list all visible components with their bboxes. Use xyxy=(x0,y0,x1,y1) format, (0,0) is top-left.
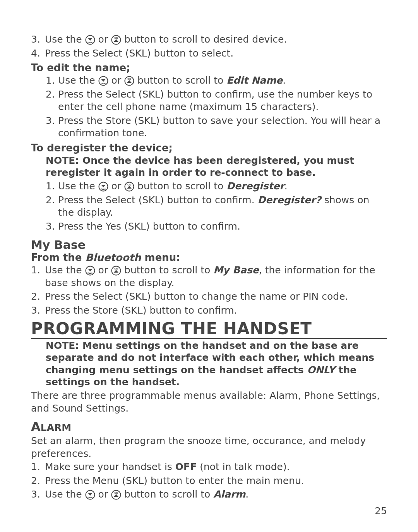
list-number: 2. xyxy=(31,475,45,487)
list-number: 3. xyxy=(46,115,58,140)
list-number: 3. xyxy=(31,33,45,46)
list-text: Make sure your handset is OFF (not in ta… xyxy=(45,461,290,474)
heading-alarm: ALARM xyxy=(31,419,387,434)
list-number: 3. xyxy=(46,220,58,233)
note-programming: NOTE: Menu settings on the handset and o… xyxy=(31,340,387,388)
list-number: 3. xyxy=(31,304,45,317)
list-item: 2. Press the Select (SKL) button to conf… xyxy=(46,88,387,113)
alarm-list: 1. Make sure your handset is OFF (not in… xyxy=(31,461,387,501)
body-programming: There are three programmable menus avail… xyxy=(31,390,387,415)
list-item: 3. Press the Yes (SKL) button to confirm… xyxy=(46,220,387,233)
note-deregister: NOTE: Once the device has been deregiste… xyxy=(31,154,387,179)
list-text: Press the Select (SKL) button to change … xyxy=(45,290,348,303)
subheading-edit-name: To edit the name; xyxy=(31,62,387,74)
subheading-from-bluetooth: From the Bluetooth menu: xyxy=(31,252,387,263)
list-text: Use the or button to scroll to Deregiste… xyxy=(58,180,288,193)
my-base-list: 1. Use the or button to scroll to My Bas… xyxy=(31,264,387,317)
down-redial-icon xyxy=(85,266,95,276)
list-text: Press the Store (SKL) button to confirm. xyxy=(45,304,237,317)
page-number: 25 xyxy=(375,505,387,517)
list-item: 1. Use the or button to scroll to My Bas… xyxy=(31,264,387,289)
list-text: Use the or button to scroll to My Base, … xyxy=(45,264,387,289)
list-item: 1. Use the or button to scroll to Deregi… xyxy=(46,180,387,193)
down-redial-icon xyxy=(85,490,95,500)
list-text: Use the or button to scroll to Edit Name… xyxy=(58,74,286,87)
list-item: 3. Press the Store (SKL) button to confi… xyxy=(31,304,387,317)
down-redial-icon xyxy=(85,35,95,45)
list-item: 2. Press the Select (SKL) button to chan… xyxy=(31,290,387,303)
list-item: 2. Press the Select (SKL) button to conf… xyxy=(46,194,387,219)
down-redial-icon xyxy=(98,182,108,192)
list-number: 2. xyxy=(31,290,45,303)
up-cid-icon xyxy=(111,490,121,500)
list-text: Press the Menu (SKL) button to enter the… xyxy=(45,475,304,487)
heading-my-base: My Base xyxy=(31,238,387,252)
list-number: 2. xyxy=(46,88,58,113)
list-item: 1. Use the or button to scroll to Edit N… xyxy=(46,74,387,87)
manual-page: 3. Use the or button to scroll to desire… xyxy=(0,0,418,532)
list-number: 1. xyxy=(46,180,58,193)
list-text: Press the Store (SKL) button to save you… xyxy=(58,115,387,140)
list-text: Press the Select (SKL) button to select. xyxy=(45,47,233,60)
list-text: Press the Select (SKL) button to confirm… xyxy=(58,194,387,219)
list-item: 2. Press the Menu (SKL) button to enter … xyxy=(31,475,387,487)
heading-programming-handset: PROGRAMMING THE HANDSET xyxy=(31,319,387,339)
list-text: Press the Yes (SKL) button to confirm. xyxy=(58,220,240,233)
subheading-deregister: To deregister the device; xyxy=(31,142,387,154)
list-item: 3. Press the Store (SKL) button to save … xyxy=(46,115,387,140)
list-text: Use the or button to scroll to desired d… xyxy=(45,33,287,46)
edit-name-list: 1. Use the or button to scroll to Edit N… xyxy=(31,74,387,140)
up-cid-icon xyxy=(111,266,121,276)
list-number: 2. xyxy=(46,194,58,219)
list-number: 4. xyxy=(31,47,45,60)
list-item: 1. Make sure your handset is OFF (not in… xyxy=(31,461,387,474)
list-text: Use the or button to scroll to Alarm. xyxy=(45,488,248,501)
top-ordered-list: 3. Use the or button to scroll to desire… xyxy=(31,33,387,60)
list-item: 3. Use the or button to scroll to Alarm. xyxy=(31,488,387,501)
deregister-list: 1. Use the or button to scroll to Deregi… xyxy=(31,180,387,233)
list-item: 3. Use the or button to scroll to desire… xyxy=(31,33,387,46)
list-number: 3. xyxy=(31,488,45,501)
up-cid-icon xyxy=(111,35,121,45)
up-cid-icon xyxy=(124,182,134,192)
up-cid-icon xyxy=(124,76,134,86)
list-item: 4. Press the Select (SKL) button to sele… xyxy=(31,47,387,60)
body-alarm: Set an alarm, then program the snooze ti… xyxy=(31,435,387,460)
down-redial-icon xyxy=(98,76,108,86)
list-number: 1. xyxy=(31,264,45,289)
list-number: 1. xyxy=(46,74,58,87)
list-text: Press the Select (SKL) button to confirm… xyxy=(58,88,387,113)
list-number: 1. xyxy=(31,461,45,474)
